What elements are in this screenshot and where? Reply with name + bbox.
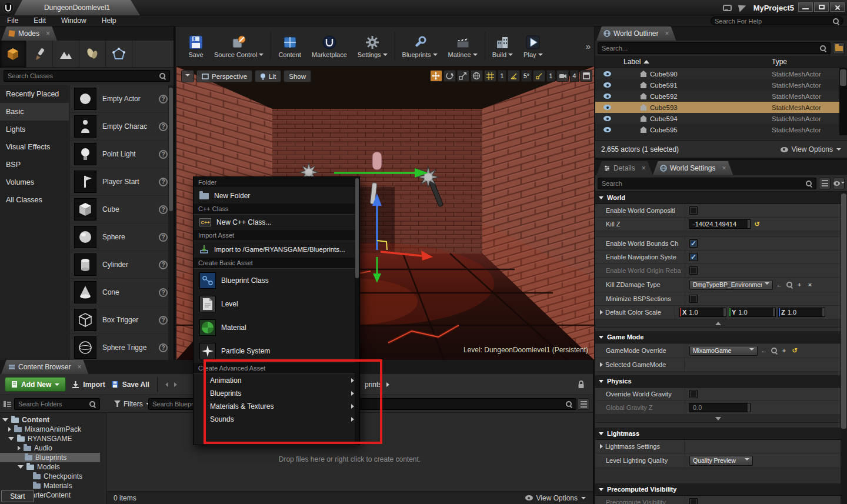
- checkbox[interactable]: [689, 206, 698, 215]
- expanded-icon[interactable]: [18, 465, 24, 469]
- category-volumes[interactable]: Volumes: [0, 173, 69, 191]
- angle-snap-button[interactable]: [508, 70, 520, 82]
- camera-speed-value[interactable]: 4: [570, 70, 579, 82]
- menu-item-new-folder[interactable]: New Folder: [194, 188, 359, 203]
- view-options-button[interactable]: View Options: [525, 494, 586, 502]
- clear-icon[interactable]: [806, 281, 814, 288]
- outliner-options-button[interactable]: [833, 42, 845, 54]
- checkbox-checked[interactable]: [689, 239, 698, 248]
- tree-item-checkpoints[interactable]: Checkpoints: [0, 472, 100, 481]
- maximize-viewport-button[interactable]: [580, 70, 592, 82]
- classes-search-input[interactable]: [8, 72, 159, 79]
- chevron-down-icon[interactable]: [259, 54, 264, 58]
- visibility-eye-icon[interactable]: [603, 116, 611, 121]
- source-control-button[interactable]: Source Control: [209, 32, 269, 61]
- close-icon[interactable]: [46, 29, 50, 38]
- help-icon[interactable]: [159, 343, 168, 352]
- settings-button[interactable]: Settings: [352, 32, 393, 61]
- send-feedback-icon[interactable]: [738, 4, 747, 12]
- help-icon[interactable]: [159, 95, 168, 104]
- world-outliner-tab[interactable]: World Outliner: [596, 26, 676, 41]
- outliner-column-headers[interactable]: Label Type: [595, 56, 847, 68]
- collapsed-icon[interactable]: [8, 427, 11, 432]
- character-capsule[interactable]: [372, 152, 382, 170]
- close-button[interactable]: [830, 2, 845, 12]
- list-item[interactable]: Player Start: [69, 168, 174, 196]
- color-scale-y[interactable]: Y1.0: [729, 308, 776, 317]
- search-folders-input[interactable]: [18, 400, 89, 408]
- use-selected-icon[interactable]: [760, 347, 768, 354]
- rotate-tool-button[interactable]: [443, 70, 456, 82]
- import-button[interactable]: Import: [72, 380, 105, 389]
- checkbox[interactable]: [689, 390, 698, 398]
- expander-icon[interactable]: [600, 362, 603, 367]
- blueprints-button[interactable]: Blueprints: [397, 32, 443, 61]
- mode-landscape[interactable]: [53, 41, 79, 68]
- checkbox-checked[interactable]: [689, 253, 698, 261]
- outliner-search[interactable]: [598, 42, 831, 54]
- reset-icon[interactable]: [791, 347, 799, 355]
- build-button[interactable]: Build: [487, 32, 518, 61]
- list-item[interactable]: Point Light: [69, 141, 174, 168]
- lighting-quality-dropdown[interactable]: Quality Preview: [689, 456, 753, 466]
- color-scale-x[interactable]: X1.0: [679, 308, 726, 317]
- reset-icon[interactable]: [753, 221, 761, 228]
- show-button[interactable]: Show: [284, 70, 311, 82]
- table-row[interactable]: Cube590StaticMeshActor: [595, 68, 847, 79]
- mode-paint[interactable]: [26, 41, 53, 68]
- display-filter-button[interactable]: [833, 178, 845, 189]
- section-world[interactable]: World: [595, 192, 841, 204]
- mode-foliage[interactable]: [79, 41, 106, 68]
- start-button[interactable]: Start: [1, 490, 34, 502]
- checkbox[interactable]: [689, 498, 698, 504]
- category-bsp[interactable]: BSP: [0, 156, 69, 173]
- menu-edit[interactable]: Edit: [34, 16, 46, 25]
- help-search-input[interactable]: [715, 18, 832, 25]
- use-selected-icon[interactable]: [775, 281, 783, 288]
- close-icon[interactable]: [722, 164, 726, 172]
- outliner-search-input[interactable]: [602, 45, 819, 52]
- help-icon[interactable]: [159, 122, 168, 131]
- section-lightmass[interactable]: Lightmass: [595, 428, 841, 440]
- close-icon[interactable]: [642, 164, 646, 172]
- menu-item-level[interactable]: Level: [194, 292, 359, 316]
- browse-icon[interactable]: [786, 281, 793, 288]
- details-tab[interactable]: Details: [596, 161, 653, 175]
- tree-item-ryansgame[interactable]: RYANSGAME: [0, 434, 100, 443]
- world-settings-tab[interactable]: World Settings: [653, 161, 733, 175]
- lit-button[interactable]: Lit: [255, 70, 281, 82]
- mode-place[interactable]: [0, 41, 26, 68]
- add-new-button[interactable]: Add New: [5, 377, 66, 392]
- tree-item-blueprints[interactable]: Blueprints: [0, 453, 100, 462]
- gravity-z-input[interactable]: 0.0: [689, 403, 751, 412]
- menu-item-import[interactable]: Import to /Game/RYANSGAME/Blueprints...: [194, 241, 359, 258]
- chevron-down-icon[interactable]: [508, 54, 513, 58]
- world-space-button[interactable]: [471, 70, 483, 82]
- category-basic[interactable]: Basic: [0, 103, 69, 121]
- settings-search[interactable]: [598, 178, 816, 189]
- kill-z-input[interactable]: -14024.149414: [689, 219, 751, 229]
- breadcrumb-back-icon[interactable]: [165, 382, 168, 387]
- grid-snap-button[interactable]: [484, 70, 496, 82]
- checkbox[interactable]: [689, 266, 698, 275]
- toolbar-overflow-icon[interactable]: [586, 41, 591, 51]
- menu-item-material[interactable]: Material: [194, 316, 359, 339]
- expanded-icon[interactable]: [2, 418, 8, 422]
- expander-icon[interactable]: [600, 444, 603, 449]
- tree-item-materials[interactable]: Materials: [0, 481, 100, 490]
- modes-scrollbar[interactable]: [168, 85, 174, 360]
- scale-tool-button[interactable]: [457, 70, 469, 82]
- help-icon[interactable]: [159, 233, 168, 242]
- tree-item-audio[interactable]: Audio: [0, 443, 100, 453]
- perspective-button[interactable]: Perspective: [196, 70, 252, 82]
- filters-button[interactable]: Filters: [114, 400, 151, 408]
- add-icon[interactable]: [795, 281, 803, 288]
- category-visual-effects[interactable]: Visual Effects: [0, 138, 69, 156]
- damage-type-dropdown[interactable]: DmgTypeBP_Environmen: [689, 280, 773, 290]
- list-item[interactable]: Sphere Trigge: [69, 334, 174, 362]
- browse-icon[interactable]: [771, 347, 778, 354]
- minimize-button[interactable]: [798, 2, 813, 12]
- expander-icon[interactable]: [600, 310, 603, 315]
- table-row[interactable]: Cube592StaticMeshActor: [595, 91, 847, 102]
- tree-item-content[interactable]: Content: [0, 415, 100, 425]
